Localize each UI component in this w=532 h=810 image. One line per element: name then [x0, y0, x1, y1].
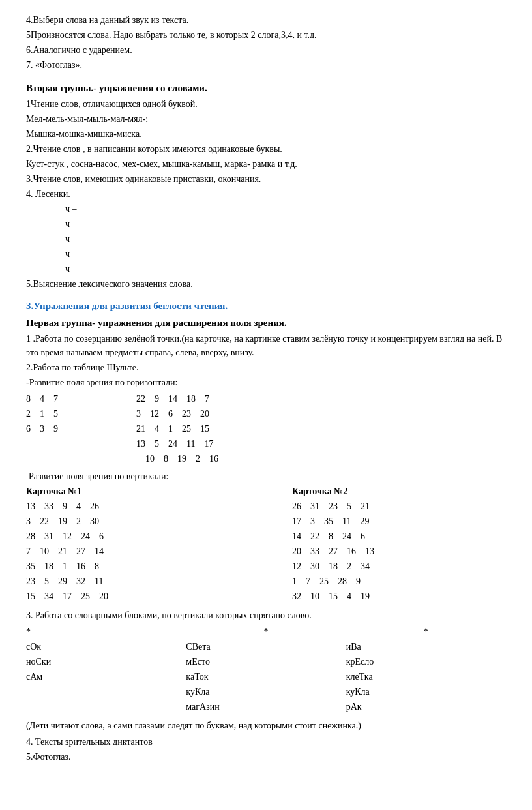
num: 4 [347, 590, 351, 603]
num: 25 [319, 575, 329, 588]
page-content: 4.Выбери слова на данный звук из текста.… [26, 13, 506, 764]
num: 18 [329, 560, 338, 573]
num: 20 [200, 407, 209, 421]
lestinka-3: ч__ __ __ [65, 232, 506, 246]
num: 12 [63, 530, 72, 543]
line-4: 4.Выбери слова на данный звук из текста. [26, 13, 506, 27]
s2-last-line: 5.Выяснение лексического значения слова. [26, 277, 506, 291]
num: 3 [310, 515, 315, 528]
top-section: 4.Выбери слова на данный звук из текста.… [26, 13, 506, 72]
num: 13 [26, 500, 35, 513]
card1-label: Карточка №1 [26, 485, 240, 498]
num: 8 [164, 452, 168, 466]
section3-heading: 3.Упражнения для развития беглости чтени… [26, 299, 506, 314]
num: 20 [292, 545, 301, 558]
s2-line-3: Мышка-мошка-мишка-миска. [26, 127, 506, 141]
num: 26 [90, 500, 99, 513]
last-line-1: 4. Тексты зрительных диктантов [26, 735, 506, 749]
left-grid-row2: 2 1 5 [26, 407, 58, 421]
num: 12 [292, 560, 301, 573]
num: 2 [76, 515, 81, 528]
section3: Первая группа- упражнения для расширения… [26, 316, 506, 389]
num: 1 [168, 422, 173, 436]
num: 21 [136, 422, 145, 436]
wc2-1: мЕсто [186, 655, 346, 668]
wc3-1: крЕсло [346, 655, 506, 668]
num: 11 [95, 575, 103, 588]
num: 25 [182, 422, 191, 436]
wc3-header: иВа [346, 640, 506, 653]
line-7: 7. «Фотоглаз». [26, 58, 506, 72]
num: 7 [205, 392, 209, 406]
s2-line-4: 2.Чтение слов , в написании которых имею… [26, 142, 506, 156]
card2-row3: 14 22 8 24 6 [292, 530, 506, 543]
num: 5 [347, 500, 351, 513]
wc1-1: сОк [26, 640, 186, 653]
section2-heading: Вторая группа.- упражнения со словами. [26, 81, 506, 96]
s3-line-2: 2.Работа по таблице Шульте. [26, 361, 506, 374]
card2-row2: 17 3 35 11 29 [292, 515, 506, 528]
num: 34 [361, 560, 370, 573]
num: 24 [342, 530, 351, 543]
num: 10 [145, 452, 155, 466]
num: 9 [63, 500, 67, 513]
stars-row: * * * [26, 625, 506, 638]
wc2-4: магАзин [186, 700, 346, 713]
card2-row1: 26 31 23 5 21 [292, 500, 506, 513]
num: 7 [53, 392, 58, 406]
card1-row2: 3 22 19 2 30 [26, 515, 240, 528]
num: 24 [168, 437, 177, 451]
footnote: (Дети читают слова, а сами глазами следя… [26, 719, 506, 732]
num: 9 [53, 422, 58, 436]
section2: Вторая группа.- упражнения со словами. 1… [26, 81, 506, 291]
lestinka-4: ч__ __ __ __ [65, 247, 506, 261]
grids-container: 8 4 7 2 1 5 6 3 9 22 9 14 18 7 [26, 392, 506, 466]
num: 16 [76, 560, 85, 573]
line-5: 5Произносятся слова. Надо выбрать только… [26, 28, 506, 42]
num: 2 [196, 452, 200, 466]
num: 18 [186, 392, 196, 406]
num: 11 [186, 437, 195, 451]
num: 5 [155, 437, 159, 451]
card2-row5: 12 30 18 2 34 [292, 560, 506, 573]
num: 4 [155, 422, 159, 436]
num: 19 [177, 452, 186, 466]
card2-row6: 1 7 25 28 9 [292, 575, 506, 588]
num: 21 [58, 545, 67, 558]
num: 5 [53, 407, 58, 421]
left-grid-row1: 8 4 7 [26, 392, 58, 406]
right-grid-row1: 22 9 14 18 7 [136, 392, 218, 406]
num: 6 [361, 530, 365, 543]
card2: Карточка №2 26 31 23 5 21 17 3 35 11 29 [240, 485, 506, 603]
s2-line-5: Куст-стук , сосна-насос, мех-смех, мышка… [26, 157, 506, 171]
card1-row4: 7 10 21 27 14 [26, 545, 240, 558]
num: 3 [40, 422, 44, 436]
num: 1 [40, 407, 44, 421]
num: 27 [76, 545, 85, 558]
star1: * [26, 625, 186, 638]
right-grid: 22 9 14 18 7 3 12 6 23 20 21 4 1 25 15 [136, 392, 218, 466]
num: 9 [155, 392, 159, 406]
num: 14 [95, 545, 104, 558]
num: 34 [44, 590, 53, 603]
wc3-3: куКла [346, 685, 506, 698]
num: 22 [310, 530, 319, 543]
num: 4 [40, 392, 44, 406]
num: 3 [26, 515, 31, 528]
num: 35 [26, 560, 35, 573]
right-grid-row4: 13 5 24 11 17 [136, 437, 218, 451]
num: 23 [182, 407, 191, 421]
lestinka-2: ч __ __ [65, 217, 506, 231]
num: 33 [310, 545, 319, 558]
card1-row3: 28 31 12 24 6 [26, 530, 240, 543]
num: 12 [150, 407, 159, 421]
num: 16 [347, 545, 356, 558]
num: 15 [329, 590, 338, 603]
num: 30 [310, 560, 319, 573]
num: 15 [200, 422, 209, 436]
num: 18 [44, 560, 53, 573]
word-blocks: сОк ноСки сАм СВета мЕсто каТок куКла ма… [26, 640, 506, 715]
num: 4 [76, 500, 81, 513]
wc1-2: ноСки [26, 655, 186, 668]
num: 17 [63, 590, 72, 603]
